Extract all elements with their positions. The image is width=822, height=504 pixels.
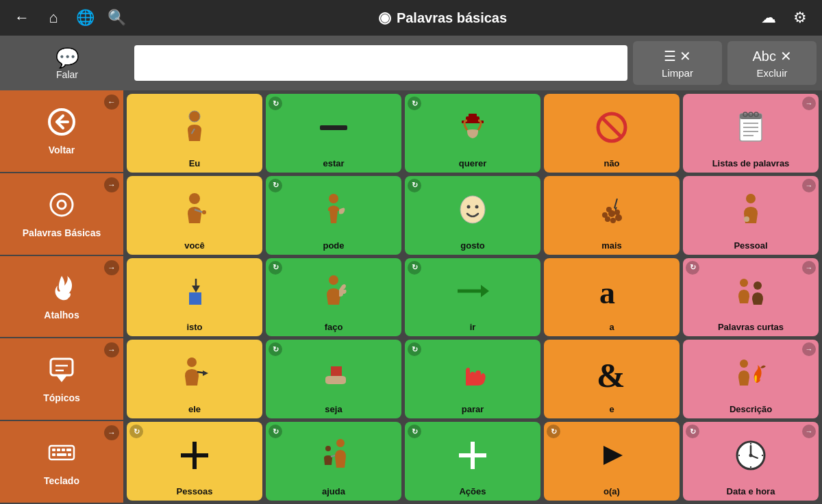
text-input[interactable] [134, 45, 627, 81]
page-title: Palavras básicas [397, 10, 507, 26]
limpar-label: Limpar [662, 67, 693, 79]
svg-point-42 [610, 218, 616, 223]
palavras-curtas-label: Palavras curtas [718, 322, 784, 332]
querer-refresh: ↻ [408, 97, 421, 110]
estar-refresh: ↻ [269, 97, 282, 110]
sidebar-item-palavras-basicas[interactable]: → Palavras Básicas [0, 173, 123, 256]
sidebar-item-topicos[interactable]: → Tópicos [0, 338, 123, 421]
cell-acoes[interactable]: ↻ Ações [405, 422, 540, 501]
e-label: e [609, 404, 614, 414]
svg-rect-55 [189, 292, 201, 305]
svg-point-37 [329, 194, 338, 203]
fire-icon [47, 272, 77, 307]
globe-icon[interactable]: 🌐 [74, 7, 96, 29]
svg-marker-5 [56, 375, 67, 382]
settings-icon[interactable]: ⚙ [789, 7, 811, 29]
cell-pode[interactable]: ↻ pode [266, 176, 401, 255]
top-bar-center: ◉ Palavras básicas [378, 9, 507, 27]
svg-point-72 [325, 446, 331, 451]
limpar-button[interactable]: ☰ ✕ Limpar [633, 41, 722, 85]
topicos-label: Tópicos [43, 392, 80, 403]
cell-descricao[interactable]: → Descrição [683, 340, 819, 418]
palavras-basicas-arrow: → [104, 177, 119, 192]
svg-point-36 [202, 210, 206, 214]
cell-faco[interactable]: ↻ faço [266, 258, 401, 337]
svg-marker-76 [603, 446, 623, 465]
cloud-icon[interactable]: ☁ [758, 7, 780, 29]
cell-pessoal[interactable]: → Pessoal [683, 176, 819, 255]
cell-ele[interactable]: ele [127, 340, 262, 418]
oa-label: o(a) [603, 486, 620, 496]
svg-rect-66 [328, 376, 331, 384]
search-icon[interactable]: 🔍 [105, 7, 127, 29]
ele-icon [129, 342, 260, 404]
data-hora-icon [686, 425, 816, 486]
palavras-curtas-icon [686, 261, 816, 323]
content-grid: Eu ↻ estar ↻ [123, 90, 822, 504]
cell-a[interactable]: a a [544, 258, 680, 337]
cell-palavras-curtas[interactable]: ↻ → Palavras curtas [683, 258, 819, 337]
cell-nao[interactable]: não [544, 94, 680, 173]
mais-label: mais [601, 240, 622, 251]
querer-icon [408, 97, 538, 158]
topicos-arrow: → [104, 342, 119, 357]
cell-querer[interactable]: ↻ querer [405, 94, 540, 173]
palavras-curtas-arrow: → [802, 261, 816, 275]
nao-label: não [603, 158, 619, 168]
pode-refresh: ↻ [269, 179, 282, 192]
home-icon[interactable]: ⌂ [42, 7, 64, 29]
back-icon[interactable]: ← [11, 7, 33, 29]
cell-voce[interactable]: você [127, 176, 262, 255]
cell-ajuda[interactable]: ↻ ajuda [266, 422, 401, 501]
sidebar-item-teclado[interactable]: → Teclado [0, 421, 123, 504]
parar-label: parar [462, 404, 484, 414]
svg-point-3 [58, 201, 66, 209]
svg-point-44 [602, 212, 608, 218]
descricao-label: Descrição [730, 404, 772, 414]
cell-e[interactable]: & e [544, 340, 680, 418]
top-bar-left: ← ⌂ 🌐 🔍 [11, 7, 127, 29]
svg-point-38 [460, 196, 485, 223]
falar-button[interactable]: 💬 Falar [5, 41, 129, 85]
cell-mais[interactable]: mais [544, 176, 680, 255]
svg-point-80 [749, 454, 753, 457]
voltar-icon [47, 107, 77, 142]
a-icon: a [547, 261, 677, 323]
cell-ir[interactable]: ↻ ir [405, 258, 540, 337]
cell-seja[interactable]: ↻ seja [266, 340, 401, 418]
ele-label: ele [188, 404, 201, 414]
pessoas-icon [129, 425, 260, 486]
acoes-label: Ações [459, 486, 486, 496]
cell-pessoas[interactable]: ↻ Pessoas [127, 422, 262, 501]
svg-point-40 [475, 205, 479, 208]
svg-line-73 [331, 455, 335, 457]
sidebar-item-atalhos[interactable]: → Atalhos [0, 256, 123, 339]
svg-point-39 [467, 205, 471, 208]
svg-rect-13 [52, 453, 55, 456]
voce-label: você [184, 240, 205, 251]
ir-refresh: ↻ [408, 261, 421, 275]
cell-estar[interactable]: ↻ estar [266, 94, 401, 173]
cell-listas[interactable]: → Listas de palavras [683, 94, 819, 173]
cell-oa[interactable]: ↻ o(a) [544, 422, 680, 501]
svg-rect-8 [49, 446, 74, 459]
cell-isto[interactable]: isto [127, 258, 262, 337]
input-row: 💬 Falar ☰ ✕ Limpar Abc ✕ Excluir [0, 36, 822, 90]
svg-point-68 [740, 360, 748, 368]
svg-point-61 [754, 281, 762, 290]
seja-label: seja [325, 404, 342, 414]
pode-label: pode [323, 240, 344, 251]
excluir-button[interactable]: Abc ✕ Excluir [727, 41, 817, 85]
cell-parar[interactable]: ↻ parar [405, 340, 540, 418]
seja-icon [269, 342, 399, 404]
cell-data-hora[interactable]: ↻ → Data e hora [683, 422, 819, 501]
topicos-icon [47, 355, 77, 390]
faco-label: faço [325, 322, 343, 332]
oa-icon [547, 425, 677, 486]
svg-line-24 [602, 118, 621, 137]
sidebar-item-voltar[interactable]: ← Voltar [0, 90, 123, 173]
cell-gosto[interactable]: ↻ gosto [405, 176, 540, 255]
cell-eu[interactable]: Eu [127, 94, 262, 173]
palavras-curtas-refresh: ↻ [686, 261, 699, 275]
atalhos-arrow: → [104, 260, 119, 275]
